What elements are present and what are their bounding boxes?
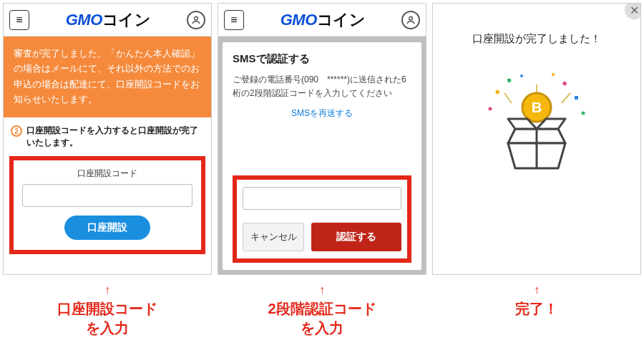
sms-modal: SMSで認証する ご登録の電話番号(090 ******)に送信された6桁の2段… <box>223 42 421 270</box>
panel-complete: ✕ 口座開設が完了しました！ <box>432 3 641 275</box>
open-account-button[interactable]: 口座開設 <box>64 216 150 240</box>
modal-title: SMSで認証する <box>233 52 411 66</box>
panel-account-code: ≡ GMO コイン 審査が完了しました。「かんたん本人確認」の場合はメールにて、… <box>3 3 212 275</box>
caption-text-1: 口座開設コード を入力 <box>3 299 212 338</box>
menu-icon[interactable]: ≡ <box>224 10 244 30</box>
notice-banner: 審査が完了しました。「かんたん本人確認」の場合はメールにて、それ以外の方法でのお… <box>4 37 211 117</box>
app-header: ≡ GMO コイン <box>218 4 426 37</box>
step-number-badge: 2 <box>11 125 22 137</box>
caption-text-3: 完了！ <box>432 299 641 319</box>
caption-3: ↑ 完了！ <box>432 284 641 338</box>
verify-button[interactable]: 認証する <box>311 223 401 251</box>
highlight-box-sms: キャンセル 認証する <box>233 175 411 263</box>
cancel-button[interactable]: キャンセル <box>243 223 304 251</box>
logo-gmo: GMO <box>280 11 317 29</box>
celebration-illustration: B <box>483 72 590 179</box>
sms-code-input[interactable] <box>243 187 401 210</box>
svg-point-0 <box>195 16 198 20</box>
logo: GMO コイン <box>280 9 366 31</box>
svg-point-7 <box>582 112 585 115</box>
user-icon[interactable] <box>187 11 205 29</box>
svg-rect-5 <box>575 96 578 100</box>
panel-sms-verify: ≡ GMO コイン SMSで認証する ご登録の電話番号(090 ******)に… <box>218 3 426 275</box>
logo-coin: コイン <box>317 9 366 31</box>
caption-2: ↑ 2段階認証コード を入力 <box>218 284 426 338</box>
step-text: 口座開設コードを入力すると口座開設が完了いたします。 <box>26 125 203 149</box>
svg-rect-4 <box>562 81 567 86</box>
account-code-input[interactable] <box>22 184 192 207</box>
arrow-up-icon: ↑ <box>432 284 641 296</box>
svg-point-8 <box>520 74 523 77</box>
logo: GMO コイン <box>66 9 151 31</box>
arrow-up-icon: ↑ <box>218 284 426 296</box>
svg-text:B: B <box>532 100 542 115</box>
svg-rect-2 <box>495 90 499 94</box>
svg-rect-3 <box>507 78 512 82</box>
svg-line-10 <box>504 93 512 103</box>
complete-message: 口座開設が完了しました！ <box>447 32 626 46</box>
svg-point-6 <box>489 107 492 111</box>
field-label: 口座開設コード <box>22 168 192 180</box>
highlight-box-code: 口座開設コード 口座開設 <box>9 156 205 254</box>
svg-line-11 <box>562 93 570 103</box>
step-instruction: 2 口座開設コードを入力すると口座開設が完了いたします。 <box>4 117 211 153</box>
user-icon[interactable] <box>401 11 420 29</box>
caption-text-2: 2段階認証コード を入力 <box>218 299 426 338</box>
svg-point-1 <box>409 16 413 20</box>
resend-sms-link[interactable]: SMSを再送する <box>233 107 411 120</box>
logo-coin: コイン <box>102 9 151 31</box>
modal-description: ご登録の電話番号(090 ******)に送信された6桁の2段階認証コードを入力… <box>233 73 411 100</box>
close-icon[interactable]: ✕ <box>625 3 641 19</box>
arrow-up-icon: ↑ <box>3 284 212 296</box>
caption-1: ↑ 口座開設コード を入力 <box>3 284 212 338</box>
app-header: ≡ GMO コイン <box>4 4 211 37</box>
menu-icon[interactable]: ≡ <box>9 10 29 30</box>
svg-point-9 <box>552 73 555 76</box>
logo-gmo: GMO <box>66 11 102 29</box>
